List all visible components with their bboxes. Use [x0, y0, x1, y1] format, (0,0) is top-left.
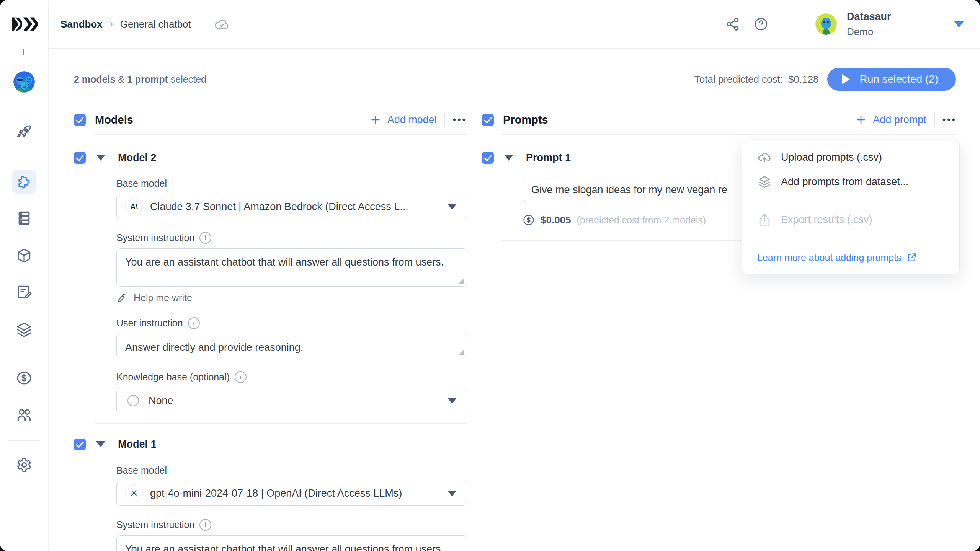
models-panel-header: Models Add model •••	[74, 113, 467, 126]
base-model-value: Claude 3.7 Sonnet | Amazon Bedrock (Dire…	[150, 201, 408, 213]
system-instruction-wrap: You are an assistant chatbot that will a…	[116, 248, 467, 287]
sidebar-divider	[8, 354, 40, 354]
sidebar-item-getting-started[interactable]	[12, 120, 36, 144]
resize-handle[interactable]	[458, 278, 464, 284]
account-labels: Datasaur Demo	[847, 10, 891, 38]
collapse-chevron-icon[interactable]	[96, 441, 105, 447]
help-icon[interactable]	[754, 17, 768, 31]
account-avatar	[815, 13, 837, 35]
base-model-label: Base model	[116, 465, 467, 476]
models-panel-title: Models	[95, 114, 133, 126]
sidebar-item-workflows[interactable]	[12, 317, 36, 342]
datasaur-logo[interactable]	[0, 0, 48, 48]
menu-item-label: Export results (.csv)	[781, 214, 872, 226]
model-2-row: Model 2	[74, 151, 467, 164]
user-instruction-textarea[interactable]: Answer directly and provide reasoning.	[116, 334, 467, 358]
collapse-chevron-icon[interactable]	[504, 155, 513, 161]
total-cost-value: $0.128	[788, 73, 819, 85]
sidebar-item-labeling[interactable]	[12, 280, 36, 304]
model-divider	[95, 423, 467, 424]
menu-item-export-results: Export results (.csv)	[742, 207, 959, 232]
sidebar-item-billing[interactable]	[12, 366, 36, 390]
add-prompt-button[interactable]: Add prompt	[855, 114, 926, 126]
total-cost-label: Total predicted cost:	[694, 73, 783, 85]
prompts-select-all-checkbox[interactable]	[482, 114, 494, 126]
prompt-1-checkbox[interactable]	[482, 152, 494, 164]
resize-handle[interactable]	[458, 349, 464, 355]
layers-icon	[16, 321, 33, 338]
sidebar-item-sandbox[interactable]	[12, 170, 36, 194]
breadcrumb-root[interactable]: Sandbox	[60, 18, 103, 30]
add-prompt-label: Add prompt	[873, 114, 926, 126]
chevron-down-icon[interactable]	[954, 21, 964, 28]
base-model-label-text: Base model	[116, 178, 167, 189]
cloud-check-icon	[214, 16, 230, 32]
rocket-icon	[16, 124, 33, 140]
info-icon[interactable]: i	[199, 232, 211, 244]
server-icon	[16, 210, 33, 227]
sidebar-item-datasets[interactable]	[12, 206, 36, 230]
info-icon[interactable]: i	[199, 519, 211, 531]
menu-item-add-from-dataset[interactable]: Add prompts from dataset...	[742, 170, 959, 194]
knowledge-base-label: Knowledge base (optional) i	[116, 371, 467, 383]
total-cost: Total predicted cost: $0.128	[694, 73, 819, 85]
prompts-overflow-menu-button[interactable]: •••	[942, 115, 957, 124]
prompts-overflow-menu: Upload prompts (.csv) Add prompts from d…	[742, 141, 960, 274]
dollar-circle-icon	[16, 370, 33, 386]
openai-logo-icon: ✳	[125, 484, 143, 502]
menu-item-upload-prompts[interactable]: Upload prompts (.csv)	[742, 145, 959, 170]
menu-footer: Learn more about adding prompts	[742, 245, 959, 270]
chevron-down-icon	[448, 491, 457, 496]
model-1-checkbox[interactable]	[74, 439, 86, 450]
base-model-label: Base model	[116, 178, 467, 189]
account-org-name: Datasaur	[847, 10, 891, 23]
model-2-name: Model 2	[118, 152, 157, 164]
system-instruction-textarea[interactable]: You are an assistant chatbot that will a…	[116, 248, 467, 287]
sidebar-divider	[8, 158, 40, 158]
add-model-button[interactable]: Add model	[370, 114, 437, 126]
puzzle-icon	[16, 174, 32, 190]
base-model-select[interactable]: ✳ gpt-4o-mini-2024-07-18 | OpenAI (Direc…	[116, 481, 467, 506]
layers-icon	[757, 174, 772, 189]
run-selected-label: Run selected (2)	[860, 73, 938, 85]
menu-divider	[742, 239, 959, 239]
share-icon[interactable]	[725, 17, 740, 31]
info-icon[interactable]: i	[235, 371, 247, 383]
external-link-icon	[907, 253, 917, 262]
main-content: 2 models & 1 prompt selected Total predi…	[48, 48, 980, 551]
anthropic-logo-icon: A\	[125, 198, 143, 215]
system-instruction-label-text: System instruction	[116, 232, 194, 243]
logo-icon	[11, 16, 38, 32]
model-1-fields: Base model ✳ gpt-4o-mini-2024-07-18 | Op…	[116, 465, 467, 551]
system-instruction-label-text: System instruction	[116, 519, 194, 530]
models-overflow-menu-button[interactable]: •••	[453, 115, 467, 124]
system-instruction-textarea[interactable]: You are an assistant chatbot that will a…	[116, 535, 467, 551]
learn-more-link[interactable]: Learn more about adding prompts	[757, 252, 917, 263]
sidebar-divider	[8, 440, 40, 441]
info-icon[interactable]: i	[188, 317, 200, 329]
sidebar-item-models[interactable]	[12, 243, 36, 268]
sidebar-scroll-tick	[23, 49, 24, 55]
models-select-all-checkbox[interactable]	[74, 114, 86, 126]
system-instruction-wrap: You are an assistant chatbot that will a…	[116, 535, 467, 551]
base-model-select[interactable]: A\ Claude 3.7 Sonnet | Amazon Bedrock (D…	[116, 194, 467, 219]
model-2-checkbox[interactable]	[74, 152, 86, 164]
header-separator	[934, 113, 935, 127]
selection-suffix: selected	[168, 74, 206, 85]
selection-summary: 2 models & 1 prompt selected	[74, 74, 206, 85]
knowledge-base-value: None	[149, 395, 173, 407]
help-me-write-button[interactable]: Help me write	[116, 292, 467, 304]
account-menu[interactable]: Datasaur Demo	[803, 0, 980, 48]
run-selected-button[interactable]: Run selected (2)	[827, 68, 956, 91]
sidebar-item-workspace[interactable]	[12, 70, 36, 94]
knowledge-base-select[interactable]: None	[116, 388, 467, 413]
learn-more-label: Learn more about adding prompts	[757, 252, 902, 263]
menu-divider	[742, 201, 959, 201]
collapse-chevron-icon[interactable]	[96, 155, 105, 161]
menu-item-label: Upload prompts (.csv)	[781, 152, 882, 163]
sidebar-item-team[interactable]	[12, 403, 36, 427]
app-window: Sandbox › General chatbot	[0, 0, 980, 551]
model-2-fields: Base model A\ Claude 3.7 Sonnet | Amazon…	[116, 178, 467, 413]
sidebar-item-settings[interactable]	[12, 453, 36, 477]
system-instruction-label: System instruction i	[116, 232, 467, 244]
